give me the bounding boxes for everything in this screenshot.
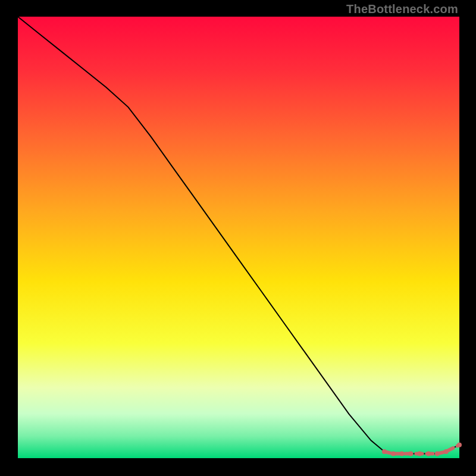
bottleneck-chart xyxy=(0,0,476,476)
marker-dot xyxy=(408,452,413,456)
marker-dot xyxy=(391,452,396,456)
plot-background xyxy=(18,17,459,458)
chart-root: TheBottleneck.com xyxy=(0,0,476,476)
marker-dot xyxy=(426,452,431,456)
marker-dot xyxy=(400,452,405,456)
marker-dot xyxy=(435,452,440,456)
marker-dot xyxy=(382,449,387,454)
marker-dot xyxy=(457,443,462,447)
marker-dot xyxy=(417,452,422,456)
marker-dot xyxy=(444,449,449,454)
